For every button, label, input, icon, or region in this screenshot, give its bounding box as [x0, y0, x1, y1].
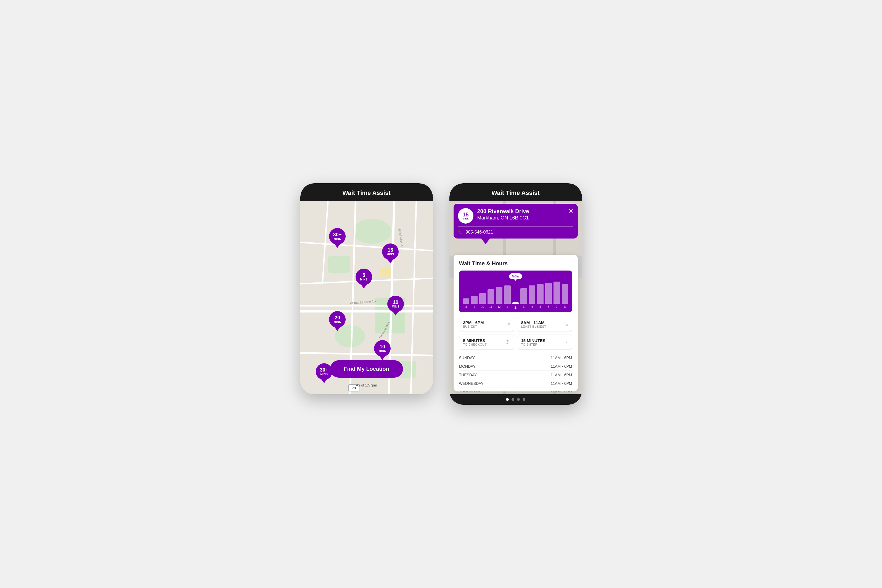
chart-bar-10 — [545, 283, 552, 304]
stat-least-busiest: 8AM - 11AM LEAST BUSIEST ↘ — [517, 316, 572, 332]
hours-row: TUESDAY11AM - 6PM — [459, 371, 572, 379]
pin-tail — [393, 312, 398, 315]
phone-frame-1: Wait Time Assist — [300, 183, 433, 394]
pin-circle: 10 MINS — [387, 296, 404, 312]
bar-label-3: 11 — [488, 305, 494, 309]
pagination-dots — [449, 394, 582, 405]
chart-bar-9 — [537, 284, 543, 304]
bar-label-4: 12 — [496, 305, 502, 309]
chart-area: Now 8910111212345678 — [459, 270, 572, 312]
app-title-1: Wait Time Assist — [306, 189, 428, 196]
pin-tail — [388, 260, 393, 263]
pagination-dot-2[interactable] — [517, 398, 520, 401]
bar-label-1: 9 — [471, 305, 478, 309]
svg-point-1 — [353, 219, 392, 244]
pin-circle: 15 MINS — [382, 243, 399, 260]
phone-header-2: Wait Time Assist — [449, 183, 582, 201]
bar-label-11: 7 — [554, 305, 560, 309]
wait-time-hours-title: Wait Time & Hours — [459, 260, 572, 267]
pin-tail — [334, 327, 340, 331]
pin-tail — [321, 379, 327, 383]
pagination-dot-3[interactable] — [523, 398, 525, 401]
bar-label-8: 4 — [529, 305, 535, 309]
checkout-icon: ⏱ — [505, 339, 510, 345]
screens-container: Wait Time Assist — [300, 183, 582, 405]
least-busiest-icon: ↘ — [564, 321, 568, 327]
phone-header-1: Wait Time Assist — [300, 183, 433, 201]
hours-row: SUNDAY11AM - 6PM — [459, 354, 572, 362]
chart-bar-1 — [471, 296, 478, 304]
chart-bar-11 — [554, 282, 560, 304]
as-of-timestamp: As of 1:57pm — [300, 383, 433, 387]
stat-enter: 15 MINUTES TO ENTER → — [517, 334, 572, 350]
bar-label-2: 10 — [479, 305, 486, 309]
pin-circle: 30+ MINS — [316, 363, 332, 380]
pin-circle: 10 MINS — [374, 340, 391, 357]
detail-card: Wait Time & Hours Now 8910111212345678 3… — [453, 255, 578, 392]
map-area-1: 73 Wilfred Murison Ave The Bridle Walk S… — [300, 201, 433, 394]
chart-bar-5 — [504, 285, 511, 304]
popup-address: 200 Riverwalk Drive Markham, ON L6B 0C1 — [477, 208, 564, 221]
phone-frame-2: Wait Time Assist 73 15 MINS — [449, 183, 582, 405]
stat-busiest: 3PM - 6PM BUSIEST ↗ — [459, 316, 514, 332]
busiest-icon: ↗ — [506, 321, 510, 327]
hours-row: WEDNESDAY11AM - 6PM — [459, 379, 572, 388]
map-pin-5[interactable]: 5 MINS — [356, 268, 372, 288]
pin-circle: 5 MINS — [356, 268, 372, 285]
stats-grid: 3PM - 6PM BUSIEST ↗ 8AM - 11AM LEAST BUS… — [459, 316, 572, 350]
map-pin-15[interactable]: 15 MINS — [382, 243, 399, 263]
phone-icon: 📞 — [458, 230, 464, 235]
location-popup: 15 MINS 200 Riverwalk Drive Markham, ON … — [453, 204, 578, 238]
bar-labels: 8910111212345678 — [463, 305, 568, 309]
pin-tail — [334, 244, 340, 248]
chart-bar-3 — [488, 289, 494, 304]
bar-label-9: 5 — [537, 305, 543, 309]
popup-triangle — [481, 238, 490, 244]
bar-label-7: 3 — [520, 305, 527, 309]
popup-phone: 📞 905-546-0621 — [458, 226, 573, 235]
enter-icon: → — [563, 339, 568, 345]
map-pin-30plus-2[interactable]: 30+ MINS — [316, 363, 332, 383]
map-pin-10-1[interactable]: 10 MINS — [387, 296, 404, 315]
svg-rect-2 — [328, 256, 350, 273]
chart-bar-0 — [463, 298, 470, 304]
map-pin-10-2[interactable]: 10 MINS — [374, 340, 391, 360]
hours-row: MONDAY11AM - 6PM — [459, 362, 572, 371]
hours-list: SUNDAY11AM - 6PMMONDAY11AM - 6PMTUESDAY1… — [459, 354, 572, 392]
popup-mins-circle: 15 MINS — [458, 208, 473, 224]
map-area-2: 73 15 MINS 200 Riverwalk Drive Markham, … — [449, 201, 582, 394]
bar-label-6: 2 — [512, 305, 519, 309]
chart-bar-4 — [496, 287, 502, 304]
bars-container — [463, 282, 568, 304]
chart-bar-8 — [529, 285, 535, 304]
stat-checkout: 5 MINUTES TO CHECKOUT ⏱ — [459, 334, 514, 350]
chart-bar-7 — [520, 288, 527, 304]
pin-circle: 20 MINS — [329, 311, 346, 328]
app-title-2: Wait Time Assist — [455, 189, 576, 196]
pin-tail — [361, 285, 367, 288]
now-bubble: Now — [509, 273, 522, 279]
pin-tail — [380, 356, 385, 360]
chart-bar-12 — [562, 284, 568, 304]
popup-close-button[interactable]: ✕ — [568, 208, 573, 214]
chart-bar-2 — [479, 293, 486, 304]
bar-label-5: 1 — [504, 305, 511, 309]
pin-circle: 30+ MINS — [329, 228, 346, 244]
bar-label-0: 8 — [463, 305, 470, 309]
map-pin-20[interactable]: 20 MINS — [329, 311, 346, 331]
hours-row: THURSDAY11AM - 6PM — [459, 388, 572, 392]
bar-label-12: 8 — [562, 305, 568, 309]
chart-bar-6 — [512, 302, 519, 304]
pagination-dot-0[interactable] — [506, 398, 509, 401]
find-location-button[interactable]: Find My Location — [330, 360, 403, 378]
pagination-dot-1[interactable] — [512, 398, 514, 401]
bar-label-10: 6 — [545, 305, 552, 309]
map-pin-30plus-1[interactable]: 30+ MINS — [329, 228, 346, 248]
